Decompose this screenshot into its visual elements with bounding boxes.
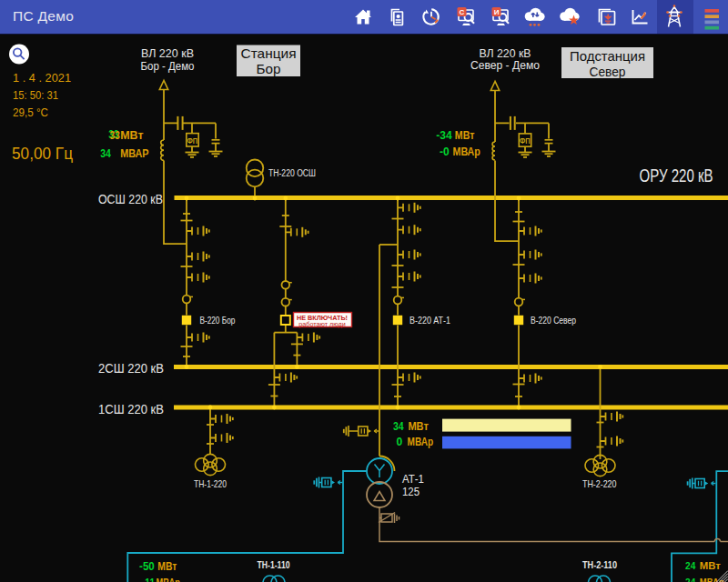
svg-text:В-220 АТ-1: В-220 АТ-1 [410,315,450,326]
svg-text:1 . 4 . 2021: 1 . 4 . 2021 [13,71,71,85]
svg-text:125: 125 [402,486,420,498]
svg-text:Бор: Бор [257,61,281,76]
svg-text:ТН-2-220: ТН-2-220 [582,478,617,489]
svg-text:МВт: МВт [700,560,722,571]
svg-text:Подстанция: Подстанция [570,48,645,64]
svg-text:Бор - Демо: Бор - Демо [141,59,195,73]
svg-text:15: 50: 31: 15: 50: 31 [13,88,58,102]
svg-text:33: 33 [110,129,121,142]
svg-text:В-220 Север: В-220 Север [531,315,576,326]
svg-text:-34: -34 [436,129,452,142]
svg-text:Станция: Станция [241,45,297,61]
svg-text:АТ-1: АТ-1 [402,473,424,486]
svg-text:МВАр: МВАр [157,577,180,582]
svg-text:МВт: МВт [408,420,429,433]
svg-text:-50: -50 [139,560,155,573]
svg-text:Север: Север [590,64,626,79]
svg-text:34: 34 [100,147,111,160]
svg-text:50,00 Гц: 50,00 Гц [12,145,73,163]
svg-text:1СШ 220 кВ: 1СШ 220 кВ [98,401,164,416]
svg-text:-0: -0 [440,146,450,158]
svg-text:34: 34 [393,420,404,433]
svg-text:ФП: ФП [520,135,531,146]
svg-text:24: 24 [685,560,696,571]
svg-text:МВАр: МВАр [453,146,480,158]
svg-text:ТН-1-110: ТН-1-110 [258,559,290,570]
svg-text:В-220 Бор: В-220 Бор [199,315,235,326]
svg-text:МВт: МВт [157,560,177,573]
svg-text:ТН-1-220: ТН-1-220 [194,478,227,489]
svg-text:МВт: МВт [455,129,475,142]
svg-text:МВт: МВт [120,129,143,142]
svg-text:работают люди: работают люди [298,320,345,328]
svg-text:ФП: ФП [187,135,198,146]
svg-text:24: 24 [685,577,696,582]
svg-text:-11: -11 [142,577,155,582]
svg-text:ОСШ 220 кВ: ОСШ 220 кВ [98,191,163,206]
svg-text:И: И [494,8,500,16]
svg-text:МВАР: МВАР [120,147,148,160]
svg-text:0: 0 [397,436,403,448]
svg-text:ОРУ 220 кВ: ОРУ 220 кВ [640,166,713,186]
svg-text:Север - Демо: Север - Демо [470,58,540,72]
svg-text:ТН-2-110: ТН-2-110 [582,559,617,570]
svg-text:ТН-220 ОСШ: ТН-220 ОСШ [268,168,316,178]
svg-text:2СШ 220 кВ: 2СШ 220 кВ [98,360,164,376]
svg-text:МВАр: МВАр [408,436,434,448]
svg-text:С: С [460,8,465,16]
svg-text:29,5 °C: 29,5 °C [13,105,48,119]
